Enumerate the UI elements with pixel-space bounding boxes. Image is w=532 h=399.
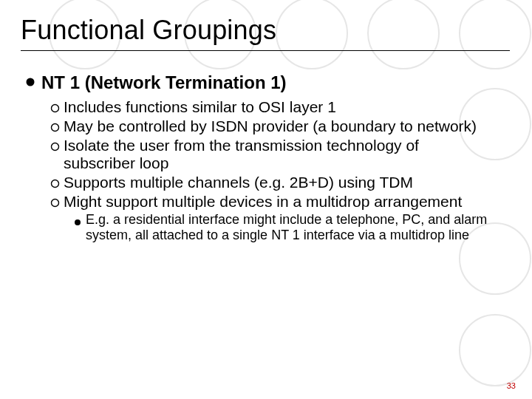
level2-text: Might support multiple devices in a mult… — [64, 193, 462, 211]
list-item-level2: Supports multiple channels (e.g. 2B+D) u… — [50, 174, 510, 192]
level2-text: May be controlled by ISDN provider (a bo… — [64, 117, 477, 136]
svg-point-13 — [52, 199, 59, 206]
svg-point-10 — [52, 123, 59, 131]
list-item-level2: Isolate the user from the transmission t… — [50, 137, 510, 174]
svg-point-9 — [52, 105, 59, 112]
open-circle-icon — [50, 178, 60, 191]
level2-text: Isolate the user from the transmission t… — [64, 137, 492, 174]
list-item-level1: NT 1 (Network Termination 1) — [25, 72, 510, 94]
list-item-level2: Includes functions similar to OSI layer … — [50, 98, 510, 117]
svg-point-14 — [75, 219, 81, 225]
open-circle-icon — [50, 103, 60, 116]
level3-text: E.g. a residential interface might inclu… — [86, 212, 499, 243]
open-circle-icon — [50, 197, 60, 211]
level1-text: NT 1 (Network Termination 1) — [41, 72, 287, 94]
open-circle-icon — [50, 122, 60, 135]
svg-point-12 — [52, 180, 59, 188]
svg-point-8 — [27, 78, 35, 86]
level2-text: Includes functions similar to OSI layer … — [64, 98, 336, 117]
level2-text: Supports multiple channels (e.g. 2B+D) u… — [64, 174, 413, 192]
filled-circle-icon — [25, 77, 35, 90]
title-underline — [21, 50, 510, 51]
list-item-level2: Might support multiple devices in a mult… — [50, 193, 510, 211]
list-item-level2: May be controlled by ISDN provider (a bo… — [50, 117, 510, 136]
svg-point-11 — [52, 143, 59, 150]
slide-title: Functional Groupings — [21, 15, 510, 46]
filled-circle-icon — [74, 216, 81, 229]
open-circle-icon — [50, 141, 60, 154]
list-item-level3: E.g. a residential interface might inclu… — [74, 212, 510, 243]
